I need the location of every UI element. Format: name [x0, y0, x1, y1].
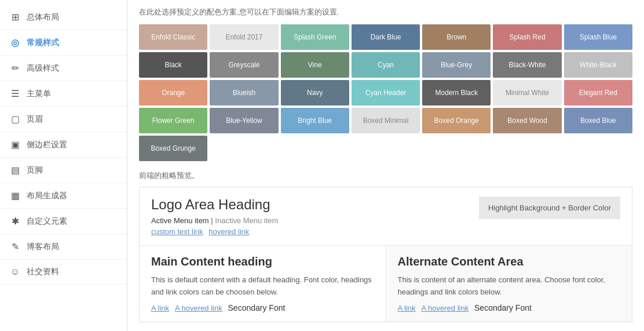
sidebar-label-header: 页眉	[27, 114, 43, 125]
sidebar-icon-general-style: ◎	[9, 37, 21, 48]
sidebar-label-general-style: 常规样式	[27, 38, 59, 48]
preview-box: Logo Area Heading Active Menu item | Ina…	[139, 187, 632, 322]
sidebar-item-header[interactable]: ▢页眉	[0, 107, 127, 132]
scheme-btn-blue-yellow[interactable]: Blue-Yellow	[210, 108, 278, 133]
sidebar-label-layout-builder: 布局生成器	[27, 191, 67, 201]
preview-content: Main Content heading This is default con…	[140, 246, 632, 322]
preview-menu-inactive: Inactive Menu item	[215, 216, 278, 225]
preview-logo-heading: Logo Area Heading	[151, 197, 278, 213]
sidebar-label-footer: 页脚	[27, 165, 43, 176]
sidebar-item-advanced-style[interactable]: ✏高级样式	[0, 56, 127, 81]
sidebar-item-blog-layout[interactable]: ✎博客布局	[0, 234, 127, 260]
scheme-btn-vine[interactable]: Vine	[281, 52, 349, 78]
scheme-btn-enfold-2017[interactable]: Enfold 2017	[210, 24, 278, 50]
sidebar-label-blog-layout: 博客布局	[27, 242, 59, 252]
scheme-btn-blueish[interactable]: Blueish	[210, 80, 278, 106]
scheme-btn-greyscale[interactable]: Greyscale	[210, 52, 278, 78]
scheme-btn-elegant-red[interactable]: Elegant Red	[564, 80, 632, 106]
preview-main-link2[interactable]: A hovered link	[175, 304, 222, 312]
preview-link1[interactable]: custom text link	[151, 227, 203, 236]
preview-menu-active: Active Menu item	[151, 216, 209, 225]
sidebar-label-sidebar-settings: 侧边栏设置	[27, 140, 67, 150]
scheme-btn-bright-blue[interactable]: Bright Blue	[281, 108, 349, 133]
scheme-btn-cyan[interactable]: Cyan	[352, 52, 420, 78]
main-content: 在此处选择预定义的配色方案,您可以在下面编辑方案的设置. Enfold Clas…	[127, 0, 644, 331]
preview-alt-content: This is content of an alternate content …	[398, 274, 621, 299]
sidebar: ⊞总体布局◎常规样式✏高级样式☰主菜单▢页眉▣侧边栏设置▤页脚▦布局生成器✱自定…	[0, 0, 127, 331]
scheme-btn-splash-blue[interactable]: Splash Blue	[564, 24, 632, 50]
preview-link2[interactable]: hovered link	[208, 227, 249, 236]
sidebar-item-custom-elements[interactable]: ✱自定义元素	[0, 209, 127, 234]
sidebar-item-main-menu[interactable]: ☰主菜单	[0, 81, 127, 107]
scheme-btn-navy[interactable]: Navy	[281, 80, 349, 106]
scheme-btn-brown[interactable]: Brown	[422, 24, 491, 50]
sidebar-icon-blog-layout: ✎	[9, 241, 21, 252]
scheme-btn-cyan-header[interactable]: Cyan Header	[352, 80, 420, 106]
preview-main-secondary: Secondary Font	[228, 303, 286, 312]
sidebar-label-custom-elements: 自定义元素	[27, 216, 67, 227]
scheme-btn-black[interactable]: Black	[139, 52, 207, 78]
color-scheme-grid: Enfold ClassicEnfold 2017Splash GreenDar…	[139, 24, 632, 161]
preview-alt-heading: Alternate Content Area	[398, 255, 621, 268]
preview-alt-link2[interactable]: A hovered link	[421, 304, 469, 312]
scheme-btn-white-black[interactable]: White-Black	[564, 52, 632, 78]
sidebar-item-layout[interactable]: ⊞总体布局	[0, 5, 127, 30]
sidebar-icon-main-menu: ☰	[9, 88, 21, 99]
preview-alt-area: Alternate Content Area This is content o…	[386, 246, 632, 322]
scheme-btn-splash-red[interactable]: Splash Red	[493, 24, 561, 50]
sidebar-icon-custom-elements: ✱	[9, 216, 21, 227]
sidebar-label-main-menu: 主菜单	[27, 89, 51, 99]
sidebar-icon-advanced-style: ✏	[9, 63, 21, 74]
preview-main-link1[interactable]: A link	[151, 304, 169, 312]
preview-links: custom text link hovered link	[151, 227, 278, 236]
scheme-btn-blue-grey[interactable]: Blue-Grey	[422, 52, 491, 78]
scheme-btn-boxed-wood[interactable]: Boxed Wood	[493, 108, 561, 133]
preview-label: 前端的粗略预览。	[139, 170, 632, 181]
preview-alt-links: A link A hovered link Secondary Font	[398, 303, 621, 312]
preview-main-heading: Main Content heading	[151, 255, 374, 268]
preview-alt-link1[interactable]: A link	[398, 304, 416, 312]
preview-header-left: Logo Area Heading Active Menu item | Ina…	[151, 197, 278, 236]
scheme-btn-minimal-white[interactable]: Minimal White	[493, 80, 561, 106]
preview-main-area: Main Content heading This is default con…	[140, 246, 386, 322]
scheme-btn-splash-green[interactable]: Splash Green	[281, 24, 349, 50]
scheme-btn-orange[interactable]: Orange	[139, 80, 207, 106]
sidebar-item-layout-builder[interactable]: ▦布局生成器	[0, 183, 127, 209]
sidebar-icon-layout-builder: ▦	[9, 190, 21, 201]
sidebar-item-footer[interactable]: ▤页脚	[0, 158, 127, 183]
sidebar-icon-header: ▢	[9, 114, 21, 125]
sidebar-item-sidebar-settings[interactable]: ▣侧边栏设置	[0, 132, 127, 158]
preview-menu-items: Active Menu item | Inactive Menu item	[151, 216, 278, 225]
sidebar-label-social-info: 社交资料	[27, 267, 59, 277]
scheme-btn-boxed-minimal[interactable]: Boxed Minimal	[352, 108, 420, 133]
sidebar-item-general-style[interactable]: ◎常规样式	[0, 30, 127, 56]
preview-highlight-box: Highlight Background + Border Color	[479, 197, 620, 219]
scheme-btn-dark-blue[interactable]: Dark Blue	[352, 24, 420, 50]
sidebar-label-advanced-style: 高级样式	[27, 63, 59, 74]
scheme-btn-boxed-grunge[interactable]: Boxed Grunge	[139, 136, 207, 161]
sidebar-icon-footer: ▤	[9, 165, 21, 176]
sidebar-icon-layout: ⊞	[9, 12, 21, 23]
description: 在此处选择预定义的配色方案,您可以在下面编辑方案的设置.	[139, 7, 632, 17]
sidebar-icon-sidebar-settings: ▣	[9, 139, 21, 150]
preview-alt-secondary: Secondary Font	[474, 303, 532, 312]
scheme-btn-enfold-classic[interactable]: Enfold Classic	[139, 24, 207, 50]
scheme-btn-flower-green[interactable]: Flower Green	[139, 108, 207, 133]
preview-header: Logo Area Heading Active Menu item | Ina…	[140, 187, 632, 246]
sidebar-item-social-info[interactable]: ☺社交资料	[0, 260, 127, 285]
scheme-btn-modern-black[interactable]: Modern Black	[422, 80, 491, 106]
sidebar-label-layout: 总体布局	[27, 12, 59, 23]
scheme-btn-boxed-blue[interactable]: Boxed Blue	[564, 108, 632, 133]
preview-main-links: A link A hovered link Secondary Font	[151, 303, 374, 312]
preview-main-content: This is default content with a default h…	[151, 274, 374, 299]
scheme-btn-black-white[interactable]: Black-White	[493, 52, 561, 78]
scheme-btn-boxed-orange[interactable]: Boxed Orange	[422, 108, 491, 133]
sidebar-icon-social-info: ☺	[9, 267, 21, 277]
